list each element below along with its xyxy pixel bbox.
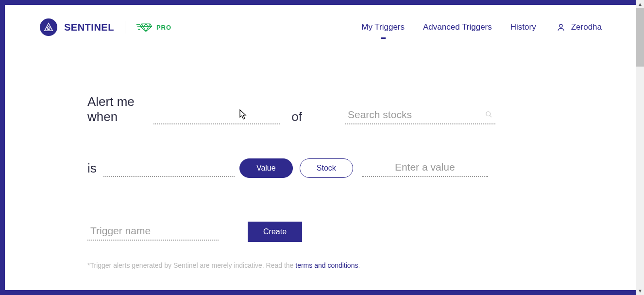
nav: My Triggers Advanced Triggers History Ze… — [361, 22, 602, 32]
svg-point-5 — [559, 24, 562, 27]
scroll-up-button[interactable]: ▲ — [636, 0, 644, 8]
condition-input[interactable] — [103, 160, 235, 177]
pro-label: PRO — [156, 24, 171, 31]
disclaimer-prefix: *Trigger alerts generated by Sentinel ar… — [87, 261, 295, 269]
value-input[interactable] — [362, 159, 488, 177]
disclaimer-suffix: . — [358, 261, 360, 269]
scroll-thumb[interactable] — [636, 8, 644, 67]
brand: SENTINEL — [40, 18, 114, 36]
search-stocks-input[interactable] — [345, 107, 495, 124]
header: SENTINEL PRO My Triggers Advanced Trigge… — [5, 5, 636, 41]
nav-my-triggers[interactable]: My Triggers — [361, 22, 405, 32]
terms-link[interactable]: terms and conditions — [295, 261, 358, 269]
svg-point-1 — [48, 28, 49, 29]
trigger-name-input[interactable] — [87, 223, 219, 241]
create-button[interactable]: Create — [248, 222, 302, 242]
user-menu[interactable]: Zerodha — [557, 22, 602, 32]
divider — [125, 21, 125, 34]
scrollbar[interactable]: ▲ ▼ — [636, 0, 644, 295]
scroll-down-button[interactable]: ▼ — [636, 287, 644, 295]
user-icon — [557, 23, 565, 32]
search-icon — [485, 111, 492, 120]
disclaimer: *Trigger alerts generated by Sentinel ar… — [87, 261, 495, 269]
brand-name: SENTINEL — [64, 22, 114, 33]
svg-point-6 — [486, 112, 491, 116]
nav-advanced-triggers[interactable]: Advanced Triggers — [423, 22, 492, 32]
of-label: of — [291, 109, 302, 124]
diamond-icon — [136, 22, 153, 32]
logo-icon — [40, 18, 57, 36]
user-name: Zerodha — [571, 22, 602, 32]
nav-history[interactable]: History — [510, 22, 536, 32]
trigger-form: Alert me when of is Value Stock Create *… — [5, 41, 495, 269]
value-toggle-button[interactable]: Value — [239, 158, 293, 178]
alert-me-when-label: Alert me when — [87, 94, 146, 124]
attribute-input[interactable] — [153, 107, 280, 124]
is-label: is — [87, 161, 97, 176]
pro-badge: PRO — [136, 22, 171, 32]
svg-line-7 — [490, 115, 491, 117]
stock-toggle-button[interactable]: Stock — [300, 158, 353, 178]
